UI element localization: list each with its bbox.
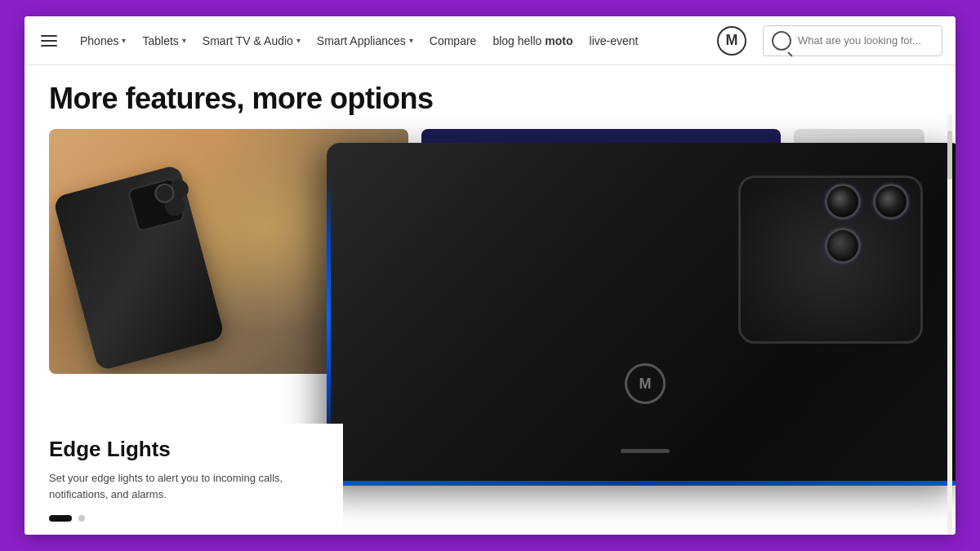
camera-lens-2 bbox=[873, 184, 909, 220]
smart-tv-chevron-icon: ▾ bbox=[296, 36, 301, 45]
carousel-dots bbox=[49, 515, 318, 522]
blue-edge-left bbox=[327, 176, 331, 453]
hamburger-line-1 bbox=[41, 35, 57, 37]
phones-chevron-icon: ▾ bbox=[122, 36, 126, 45]
nav-tablets[interactable]: Tablets ▾ bbox=[136, 29, 192, 52]
camera-bump bbox=[825, 184, 915, 265]
outer-border: Phones ▾ Tablets ▾ Smart TV & Audio ▾ Sm… bbox=[0, 0, 980, 551]
overlay-phone-image: M bbox=[327, 143, 956, 486]
nav-live-event[interactable]: live-event bbox=[583, 29, 645, 52]
phone-bottom-bar bbox=[621, 449, 670, 453]
nav-compare[interactable]: Compare bbox=[423, 29, 483, 52]
nav-blog[interactable]: blog hellomoto bbox=[486, 29, 579, 52]
search-input[interactable] bbox=[798, 34, 933, 47]
carousel-dot-active[interactable] bbox=[49, 515, 72, 522]
nav-items: Phones ▾ Tablets ▾ Smart TV & Audio ▾ Sm… bbox=[74, 25, 942, 56]
feature-title: Edge Lights bbox=[49, 437, 318, 462]
camera-lens-3 bbox=[825, 228, 861, 264]
search-box[interactable] bbox=[763, 25, 942, 56]
scroll-indicator[interactable] bbox=[947, 114, 952, 535]
nav-phones[interactable]: Phones ▾ bbox=[74, 29, 132, 52]
appliances-chevron-icon: ▾ bbox=[409, 36, 413, 45]
search-icon bbox=[772, 31, 791, 51]
main-content: More features, more options bbox=[24, 65, 956, 535]
scroll-thumb bbox=[947, 131, 952, 180]
camera-lens-1 bbox=[825, 184, 861, 220]
hamburger-menu[interactable] bbox=[38, 32, 60, 50]
nav-smart-tv-audio[interactable]: Smart TV & Audio ▾ bbox=[196, 29, 307, 52]
hamburger-line-2 bbox=[41, 40, 57, 42]
motorola-logo-overlay: M bbox=[625, 363, 666, 404]
bottom-feature-section: Edge Lights Set your edge lights to aler… bbox=[24, 424, 343, 535]
tablets-chevron-icon: ▾ bbox=[182, 36, 186, 45]
hamburger-line-3 bbox=[41, 45, 57, 47]
navbar: Phones ▾ Tablets ▾ Smart TV & Audio ▾ Sm… bbox=[24, 16, 956, 65]
nav-smart-appliances[interactable]: Smart Appliances ▾ bbox=[310, 29, 420, 52]
browser-window: Phones ▾ Tablets ▾ Smart TV & Audio ▾ Sm… bbox=[24, 16, 956, 535]
blue-edge-glow bbox=[327, 481, 956, 486]
phone-shape-left bbox=[52, 164, 225, 371]
carousel-dot-inactive[interactable] bbox=[78, 515, 85, 522]
page-heading: More features, more options bbox=[24, 65, 956, 129]
motorola-logo[interactable]: M bbox=[717, 26, 746, 56]
feature-description: Set your edge lights to alert you to inc… bbox=[49, 470, 294, 502]
